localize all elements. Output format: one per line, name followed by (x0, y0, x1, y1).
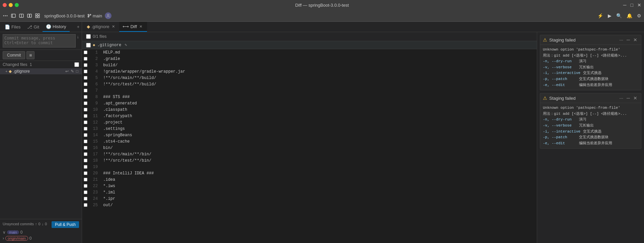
diff-line: 18 !**/src/test/**/bin/ (82, 157, 537, 164)
minimize-button[interactable] (9, 3, 13, 7)
commit-button[interactable]: Commit (3, 51, 25, 59)
line-checkbox[interactable] (82, 145, 89, 151)
diff-line: 6 !**/src/test/**/build/ (82, 81, 537, 87)
split-icon[interactable] (27, 13, 32, 18)
more-commit-options-icon[interactable]: ≡ (26, 51, 34, 59)
diff-all-checkbox[interactable] (86, 34, 91, 39)
line-checkbox[interactable] (82, 176, 89, 183)
stage-icon[interactable]: □ (75, 69, 79, 74)
line-checkbox[interactable] (82, 49, 89, 56)
settings-icon[interactable]: ⚙ (637, 13, 641, 18)
line-checkbox[interactable] (82, 113, 89, 119)
tab-git[interactable]: ⎇ Git (24, 22, 43, 32)
line-checkbox[interactable] (82, 62, 89, 68)
chevron-right-icon: › (3, 236, 4, 241)
edit-icon[interactable]: ✎ (70, 69, 75, 74)
line-checkbox[interactable] (82, 132, 89, 138)
notif-option-row: -v, --verbose 冗长输出 (543, 65, 638, 71)
title-bar: Diff — springBoot-3.0.0-test ─ □ ✕ (0, 0, 644, 10)
diff-line: 20 ### IntelliJ IDEA ### (82, 170, 537, 176)
sync-up-icon: ↑ (35, 222, 37, 226)
svg-rect-9 (35, 14, 37, 15)
notif-option-row: -i, --interactive 交互式挑选 (543, 129, 638, 135)
lightning-icon[interactable]: ⚡ (597, 13, 603, 18)
avatar (105, 12, 112, 19)
line-checkbox[interactable] (82, 56, 89, 62)
line-number: 9 (89, 100, 100, 106)
notif-more-btn[interactable]: ··· (618, 37, 624, 43)
line-checkbox[interactable] (82, 157, 89, 164)
notif-minimize-btn[interactable]: ─ (626, 37, 631, 43)
commit-message-input[interactable] (3, 34, 76, 48)
notif-option-key: -i, --interactive (543, 70, 580, 76)
line-checkbox[interactable] (82, 119, 89, 126)
close-diff-tab[interactable]: ✕ (138, 24, 144, 29)
line-checkbox[interactable] (82, 68, 89, 75)
notif-option-key: -n, --dry-run (543, 59, 576, 65)
notif-more-btn[interactable]: ··· (618, 95, 624, 101)
minimize-icon[interactable]: ─ (623, 2, 627, 8)
grid-icon[interactable] (35, 13, 40, 18)
notification-icon[interactable]: 🔔 (627, 13, 632, 18)
notif-close-btn[interactable]: ✕ (632, 95, 638, 101)
restore-icon[interactable]: □ (631, 2, 633, 8)
close-button[interactable] (3, 3, 7, 7)
line-checkbox[interactable] (82, 164, 89, 170)
sync-down-icon: ↓ (42, 222, 44, 226)
tab-history[interactable]: 🕐 History (43, 22, 69, 32)
tab-diff[interactable]: ⟷ Diff ✕ (119, 22, 147, 32)
file-name: .gitignore (13, 69, 29, 74)
line-content: .apt_generated (100, 100, 137, 106)
close-gitignore-tab[interactable]: ✕ (111, 24, 116, 29)
line-checkbox[interactable] (82, 100, 89, 106)
close-icon[interactable]: ✕ (637, 2, 641, 8)
line-checkbox[interactable] (82, 81, 89, 87)
line-checkbox[interactable] (82, 106, 89, 113)
line-number: 24 (89, 195, 100, 202)
revert-icon[interactable]: ↩ (65, 69, 69, 74)
diff-file-header: ◆ .gitignore ✎ (82, 41, 537, 49)
line-checkbox[interactable] (82, 87, 89, 94)
stage-all-checkbox[interactable] (74, 62, 79, 67)
maximize-button[interactable] (15, 3, 19, 7)
diff-file-diamond-icon: ◆ (93, 43, 95, 48)
line-content: .gradle (100, 56, 120, 62)
edit-file-icon[interactable]: ✎ (125, 43, 127, 48)
diff-file-checkbox[interactable] (86, 43, 91, 48)
line-content (100, 87, 103, 94)
branch-main[interactable]: ∨ main 0 (3, 229, 79, 235)
tab-gitignore[interactable]: ◆ .gitignore ✕ (83, 22, 119, 32)
line-checkbox[interactable] (82, 183, 89, 189)
branch-origin[interactable]: › origin/main 0 (3, 235, 79, 241)
line-checkbox[interactable] (82, 75, 89, 81)
line-checkbox[interactable] (82, 151, 89, 157)
line-checkbox[interactable] (82, 94, 89, 100)
line-number: 13 (89, 126, 100, 132)
line-number: 1 (89, 49, 100, 56)
sidebar-toggle-icon[interactable] (11, 13, 16, 18)
file-item-gitignore[interactable]: + ◆ .gitignore ↩ ✎ □ (0, 68, 82, 74)
menu-bar: springBoot-3.0.0-test main ⚡ ▶ 🔍 🔔 ⚙ (0, 10, 644, 22)
add-sidebar-tab[interactable]: ＋ (76, 24, 80, 30)
line-checkbox[interactable] (82, 189, 89, 195)
editor-layout-icon[interactable] (19, 13, 24, 18)
line-checkbox[interactable] (82, 195, 89, 202)
notif-error-line: Unknown option 'pathspec-from-file' (543, 105, 638, 111)
line-checkbox[interactable] (82, 126, 89, 132)
line-checkbox[interactable] (82, 202, 89, 208)
changed-files-header: Changed files 1 (0, 61, 82, 68)
commit-options-icon[interactable]: ↓ (77, 34, 79, 39)
line-checkbox[interactable] (82, 170, 89, 176)
notification-card: ⚠ Staging failed ··· ─ ✕ Unknown option … (540, 35, 641, 90)
search-icon[interactable]: 🔍 (616, 13, 622, 18)
notif-minimize-btn[interactable]: ─ (626, 95, 631, 101)
notif-close-btn[interactable]: ✕ (632, 37, 638, 43)
diff-header: 0/1 files (82, 32, 537, 41)
play-icon[interactable]: ▶ (608, 13, 612, 18)
line-checkbox[interactable] (82, 138, 89, 145)
tab-files[interactable]: 📄 Files (1, 22, 24, 32)
menu-dots-icon[interactable] (3, 13, 8, 18)
notif-actions: ··· ─ ✕ (618, 37, 638, 43)
main-layout: ↓ Commit ≡ Changed files 1 + ◆ .gitignor… (0, 32, 644, 243)
pull-push-button[interactable]: Pull & Push (52, 221, 79, 228)
